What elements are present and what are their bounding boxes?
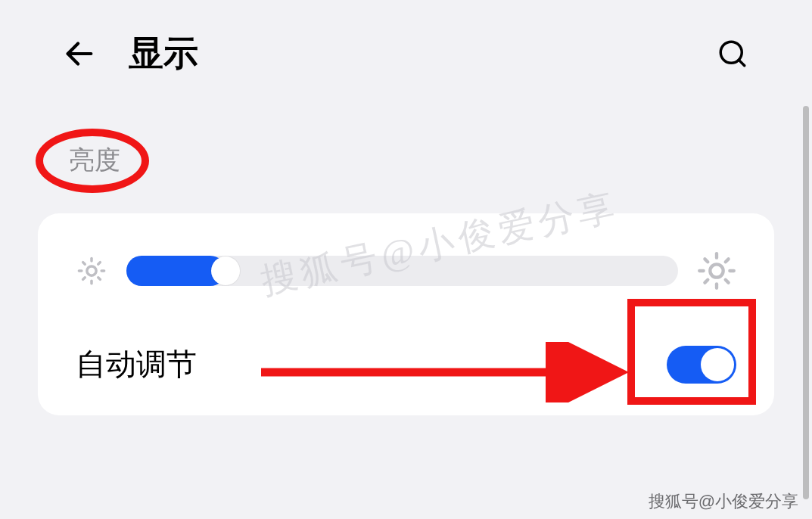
slider-thumb[interactable] [211,256,240,285]
section-label-wrap: 亮度 [42,130,148,191]
svg-line-18 [726,280,729,283]
page-title: 显示 [129,30,198,77]
auto-brightness-label: 自动调节 [76,343,197,385]
svg-line-8 [83,263,86,265]
toggle-knob [701,348,734,381]
brightness-slider[interactable] [126,256,678,286]
section-label-brightness: 亮度 [69,143,120,178]
svg-line-11 [98,263,101,265]
search-icon[interactable] [714,35,751,73]
brightness-high-icon [697,251,736,291]
auto-brightness-row: 自动调节 [76,343,736,385]
svg-point-3 [87,266,96,275]
svg-line-9 [98,278,101,280]
back-icon[interactable] [61,35,98,73]
svg-line-20 [726,259,729,262]
header-bar: 显示 [0,0,812,100]
svg-line-10 [83,278,86,280]
svg-line-2 [739,60,745,66]
brightness-low-icon [76,255,107,287]
brightness-slider-row [76,251,736,291]
brightness-card: 自动调节 [38,213,774,415]
scrollbar[interactable] [803,106,809,499]
svg-line-17 [705,259,708,262]
auto-brightness-toggle[interactable] [667,346,736,384]
svg-line-19 [705,280,708,283]
watermark-footer: 搜狐号@小俊爱分享 [649,490,798,513]
svg-point-12 [710,264,723,277]
